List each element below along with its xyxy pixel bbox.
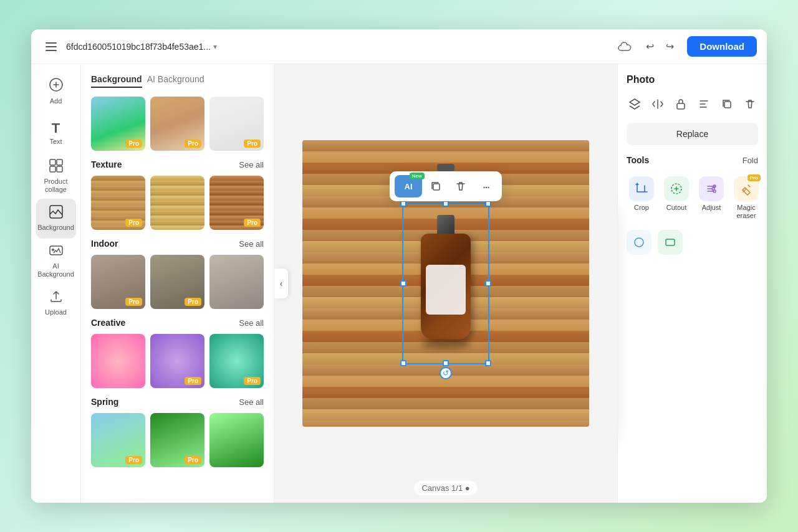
cloud-save-button[interactable]	[615, 37, 635, 57]
svg-rect-4	[50, 159, 55, 165]
layers-icon-button[interactable]	[627, 94, 643, 114]
texture-thumb-3[interactable]: Pro	[209, 176, 264, 230]
canvas-bottom-bar: Canvas 1/1 ●	[414, 481, 477, 495]
spring-thumb-3[interactable]	[209, 413, 264, 467]
replace-button[interactable]: Replace	[627, 123, 758, 145]
creative-thumb-1[interactable]	[91, 334, 145, 388]
text-icon: T	[52, 121, 60, 135]
creative-title: Creative	[91, 318, 125, 328]
redo-button[interactable]: ↪	[660, 37, 680, 57]
selection-handle-tl[interactable]	[400, 201, 406, 207]
right-panel-title: Photo	[627, 74, 758, 85]
sidebar-add-label: Add	[50, 97, 62, 105]
indoor-thumb-3[interactable]	[209, 255, 264, 309]
tool-crop[interactable]: Crop	[627, 173, 656, 224]
svg-rect-0	[46, 42, 57, 44]
tool-adjust[interactable]: Adjust	[696, 173, 726, 224]
sidebar-item-background[interactable]: Background	[36, 199, 76, 239]
canvas-area: ‹	[274, 64, 617, 503]
fold-button[interactable]: Fold	[743, 156, 758, 165]
bottle-label	[426, 265, 466, 315]
pro-badge: Pro	[244, 219, 261, 227]
svg-rect-7	[57, 166, 62, 172]
bottle-pump-head	[437, 164, 454, 171]
svg-point-16	[713, 190, 716, 192]
right-panel: Photo	[617, 64, 767, 503]
undo-button[interactable]: ↩	[640, 37, 660, 57]
flip-icon-button[interactable]	[650, 94, 666, 114]
background-thumb-arch2[interactable]: Pro	[209, 97, 264, 151]
tools-header: Tools Fold	[627, 155, 758, 165]
background-icon	[49, 205, 63, 221]
spring-thumb-1[interactable]: Pro	[91, 413, 145, 467]
spring-see-all[interactable]: See all	[239, 397, 264, 407]
magic-eraser-pro-badge: Pro	[748, 174, 761, 181]
align-icon-button[interactable]	[695, 94, 712, 114]
document-title[interactable]: 6fdcd160051019bc18f73b4fe53ae1... ▾	[66, 42, 217, 52]
selection-handle-tr[interactable]	[485, 201, 491, 207]
sidebar-collage-label: Product collage	[36, 178, 76, 194]
svg-rect-5	[57, 159, 62, 165]
header: 6fdcd160051019bc18f73b4fe53ae1... ▾ ↩ ↪ …	[31, 29, 767, 64]
ai-label: AI	[405, 182, 413, 191]
duplicate-icon-button[interactable]	[718, 94, 735, 114]
pro-badge: Pro	[244, 140, 261, 148]
texture-thumb-2[interactable]	[150, 176, 204, 230]
spring-grid: Pro Pro	[91, 413, 264, 467]
body: Add T Text Product collage	[31, 64, 767, 503]
pro-badge: Pro	[185, 456, 201, 464]
menu-button[interactable]	[41, 37, 61, 57]
floating-toolbar: AI New ···	[390, 171, 502, 201]
cutout-label: Cutout	[666, 204, 686, 212]
download-button[interactable]: Download	[687, 36, 757, 57]
delete-button[interactable]	[449, 175, 472, 197]
creative-see-all[interactable]: See all	[239, 318, 264, 328]
indoor-thumb-1[interactable]: Pro	[91, 255, 145, 309]
tool-magic-eraser[interactable]: Pro Magic eraser	[731, 173, 761, 224]
sidebar-item-text[interactable]: T Text	[36, 114, 76, 154]
app-window: 6fdcd160051019bc18f73b4fe53ae1... ▾ ↩ ↪ …	[31, 29, 767, 503]
tab-background[interactable]: Background	[91, 74, 142, 88]
spring-thumb-2[interactable]: Pro	[150, 413, 204, 467]
pro-badge: Pro	[125, 456, 142, 464]
delete-icon-button[interactable]	[741, 94, 758, 114]
indoor-see-all[interactable]: See all	[239, 239, 264, 249]
selection-handle-bl[interactable]	[400, 360, 406, 366]
background-thumb-arch1[interactable]: Pro	[150, 97, 204, 151]
bottle-body	[421, 234, 471, 340]
tool-cutout[interactable]: Cutout	[661, 173, 691, 224]
tab-ai-background[interactable]: AI Background	[147, 74, 204, 88]
adjust-label: Adjust	[702, 204, 721, 212]
selection-handle-br[interactable]	[485, 360, 491, 366]
svg-rect-9	[50, 246, 62, 255]
texture-thumb-1[interactable]: Pro	[91, 176, 145, 230]
left-panel: Background AI Background Pro Pro Pro Tex…	[81, 64, 274, 503]
creative-thumb-3[interactable]: Pro	[209, 334, 264, 388]
canvas-product[interactable]	[405, 209, 486, 358]
ai-tool-button[interactable]: AI New	[395, 175, 422, 197]
sidebar-upload-label: Upload	[45, 308, 67, 316]
pro-badge: Pro	[125, 140, 142, 148]
sidebar-item-product-collage[interactable]: Product collage	[36, 156, 76, 196]
sidebar-icons: Add T Text Product collage	[31, 64, 81, 503]
tool-extra-2[interactable]	[658, 230, 683, 255]
canvas-inner: ↺ AI New	[302, 140, 589, 427]
sidebar-item-ai-background[interactable]: AI Background	[36, 241, 76, 281]
svg-rect-1	[46, 46, 57, 47]
creative-thumb-2[interactable]: Pro	[150, 334, 204, 388]
svg-rect-11	[677, 103, 685, 109]
sidebar-item-add[interactable]: Add	[36, 72, 76, 112]
sidebar-item-upload[interactable]: Upload	[36, 283, 76, 323]
tool-extra-1[interactable]	[627, 230, 651, 255]
top-backgrounds-grid: Pro Pro Pro	[91, 97, 264, 151]
indoor-thumb-2[interactable]: Pro	[150, 255, 204, 309]
lock-icon-button[interactable]	[673, 94, 690, 114]
background-thumb-mosque[interactable]: Pro	[91, 97, 145, 151]
magic-eraser-label: Magic eraser	[734, 204, 759, 220]
more-button[interactable]: ···	[474, 175, 497, 197]
pro-badge: Pro	[185, 377, 201, 385]
panel-collapse-button[interactable]: ‹	[274, 268, 288, 298]
selection-handle-tm[interactable]	[443, 201, 449, 207]
copy-button[interactable]	[425, 175, 447, 197]
texture-see-all[interactable]: See all	[239, 160, 264, 169]
